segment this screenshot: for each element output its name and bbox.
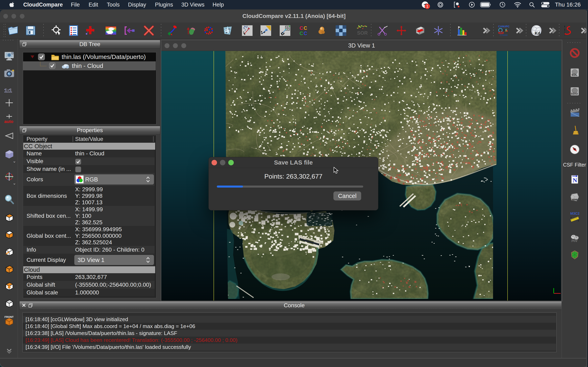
- svg-text:SOR: SOR: [357, 30, 368, 36]
- svg-text:e: e: [500, 29, 501, 32]
- svg-text:C: C: [300, 25, 303, 31]
- svg-text:N: N: [573, 177, 577, 184]
- svg-text:M3C2: M3C2: [570, 212, 579, 216]
- svg-text:C: C: [300, 31, 303, 36]
- svg-text:SSAO: SSAO: [571, 92, 578, 95]
- svg-text:Kd: Kd: [535, 31, 540, 35]
- svg-text:C: C: [303, 31, 307, 36]
- svg-text:Create: Create: [500, 33, 508, 36]
- svg-text:C: C: [303, 25, 307, 31]
- svg-text:EDL: EDL: [572, 73, 577, 76]
- svg-text:CANUPO: CANUPO: [498, 25, 509, 28]
- svg-text:FRONT: FRONT: [4, 315, 14, 318]
- svg-text:PCV: PCV: [571, 239, 577, 242]
- svg-text:HPR: HPR: [572, 198, 578, 201]
